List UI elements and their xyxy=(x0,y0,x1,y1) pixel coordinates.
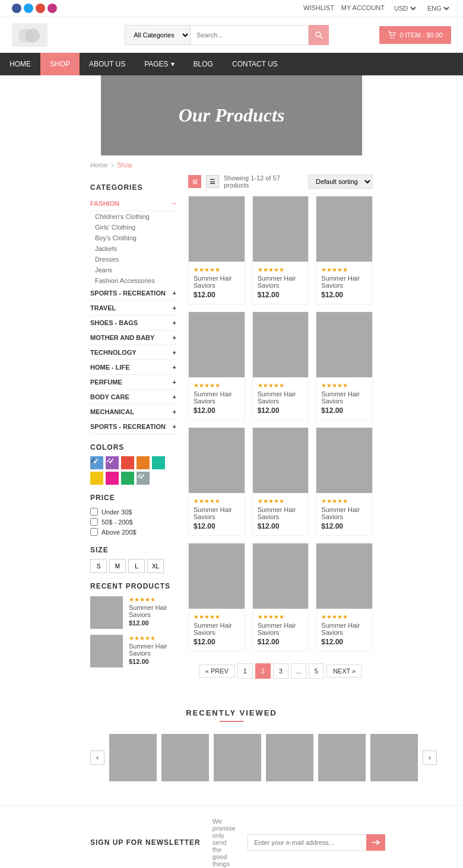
price-above200[interactable] xyxy=(90,528,98,536)
sub-fashion-accessories[interactable]: Fashion Accessories xyxy=(90,275,176,286)
my-account-link[interactable]: MY ACCOUNT xyxy=(341,4,385,12)
price-50-200[interactable] xyxy=(90,518,98,526)
product-img-9[interactable] xyxy=(189,543,245,609)
color-red[interactable] xyxy=(121,456,134,469)
shoes-bags-category[interactable]: SHOES - BAGS + xyxy=(90,316,176,330)
rv-next-arrow[interactable]: › xyxy=(423,751,437,765)
product-name-2[interactable]: Summer Hair Saviors xyxy=(321,275,367,289)
color-gray[interactable]: ✓ xyxy=(137,472,150,485)
perfume-category[interactable]: PERFUME + xyxy=(90,375,176,390)
sub-jackets[interactable]: Jackets xyxy=(90,243,176,254)
cart-button[interactable]: 0 ITEM - $0.00 xyxy=(379,26,451,44)
product-name-8[interactable]: Summer Hair Saviors xyxy=(321,506,367,520)
product-name-1[interactable]: Summer Hair Saviors xyxy=(258,275,304,289)
rv-item-5[interactable] xyxy=(370,734,418,781)
product-name-10[interactable]: Summer Hair Saviors xyxy=(258,622,304,636)
color-green[interactable] xyxy=(121,472,134,485)
newsletter-submit-button[interactable] xyxy=(366,834,385,851)
color-purple[interactable]: ✓ xyxy=(106,456,119,469)
mother-baby-category[interactable]: MOTHER AND BABY + xyxy=(90,330,176,345)
sports-recreation-category[interactable]: SPORTS - RECREATION + xyxy=(90,286,176,301)
rv-item-0[interactable] xyxy=(109,734,157,781)
search-input[interactable] xyxy=(190,25,309,45)
language-select[interactable]: ENG FR xyxy=(425,4,451,12)
size-l[interactable]: L xyxy=(128,559,145,573)
product-img-3[interactable] xyxy=(189,312,245,377)
prev-page-button[interactable]: « PREV xyxy=(199,664,235,678)
color-teal[interactable] xyxy=(152,456,165,469)
fashion-category[interactable]: FASHION − xyxy=(90,196,176,211)
product-name-5[interactable]: Summer Hair Saviors xyxy=(321,390,367,405)
product-img-8[interactable] xyxy=(316,428,372,493)
facebook-icon[interactable] xyxy=(12,4,21,13)
grid-view-button[interactable]: ⊞ xyxy=(188,175,201,188)
nav-pages[interactable]: PAGES ▾ xyxy=(135,53,183,75)
recent-thumb-1[interactable] xyxy=(90,596,123,629)
technology-category[interactable]: TECHNOLOGY + xyxy=(90,345,176,360)
recent-name-2[interactable]: Summer Hair Saviors xyxy=(129,643,176,657)
product-name-7[interactable]: Summer Hair Saviors xyxy=(258,506,304,520)
size-xl[interactable]: XL xyxy=(147,559,164,573)
newsletter-email-input[interactable] xyxy=(248,834,366,851)
product-name-0[interactable]: Summer Hair Saviors xyxy=(194,275,240,289)
rv-prev-arrow[interactable]: ‹ xyxy=(90,751,104,765)
wishlist-link[interactable]: WISHLIST xyxy=(303,4,334,12)
product-img-6[interactable] xyxy=(189,428,245,493)
breadcrumb-home[interactable]: Home xyxy=(90,161,107,168)
instagram-icon[interactable] xyxy=(47,4,57,13)
rv-item-4[interactable] xyxy=(318,734,366,781)
sub-girls-clothing[interactable]: Girls' Clothing xyxy=(90,222,176,233)
price-under30[interactable] xyxy=(90,508,98,516)
product-name-4[interactable]: Summer Hair Saviors xyxy=(258,390,304,405)
color-pink[interactable] xyxy=(106,472,119,485)
product-name-11[interactable]: Summer Hair Saviors xyxy=(321,622,367,636)
product-name-9[interactable]: Summer Hair Saviors xyxy=(194,622,240,636)
product-img-0[interactable] xyxy=(189,196,245,262)
sub-dresses[interactable]: Dresses xyxy=(90,254,176,265)
size-s[interactable]: S xyxy=(90,559,107,573)
mechanical-category[interactable]: MECHANICAL + xyxy=(90,405,176,419)
product-img-10[interactable] xyxy=(253,543,309,609)
recent-thumb-2[interactable] xyxy=(90,635,123,667)
travel-category[interactable]: TRAVEL + xyxy=(90,301,176,316)
color-blue[interactable]: ✓ xyxy=(90,456,103,469)
product-img-2[interactable] xyxy=(316,196,372,262)
product-img-7[interactable] xyxy=(253,428,309,493)
nav-shop[interactable]: SHOP xyxy=(40,53,80,75)
product-name-6[interactable]: Summer Hair Saviors xyxy=(194,506,240,520)
page-2-button[interactable]: 2 xyxy=(255,663,271,679)
product-img-5[interactable] xyxy=(316,312,372,377)
sub-jeans[interactable]: Jeans xyxy=(90,265,176,275)
product-img-11[interactable] xyxy=(316,543,372,609)
sub-childrens-clothing[interactable]: Children's Clothing xyxy=(90,211,176,222)
page-5-button[interactable]: 5 xyxy=(309,663,324,679)
nav-blog[interactable]: BLOG xyxy=(184,53,223,75)
next-page-button[interactable]: NEXT » xyxy=(326,664,362,678)
nav-home[interactable]: HOME xyxy=(0,53,40,75)
search-button[interactable] xyxy=(309,25,329,45)
rv-item-3[interactable] xyxy=(266,734,313,781)
googleplus-icon[interactable] xyxy=(36,4,45,13)
sort-select[interactable]: Default sorting xyxy=(308,174,373,189)
nav-contact[interactable]: CONTACT US xyxy=(223,53,287,75)
sports-recreation2-category[interactable]: SPORTS - RECREATION + xyxy=(90,419,176,434)
color-orange[interactable] xyxy=(137,456,150,469)
nav-about[interactable]: ABOUT US xyxy=(80,53,135,75)
size-m[interactable]: M xyxy=(109,559,126,573)
product-img-4[interactable] xyxy=(253,312,309,377)
product-name-3[interactable]: Summer Hair Saviors xyxy=(194,390,240,405)
body-care-category[interactable]: BODY CARE + xyxy=(90,390,176,405)
sub-boys-clothing[interactable]: Boy's Clothing xyxy=(90,233,176,243)
product-img-1[interactable] xyxy=(253,196,309,262)
rv-item-2[interactable] xyxy=(214,734,261,781)
color-yellow[interactable] xyxy=(90,472,103,485)
recent-name-1[interactable]: Summer Hair Saviors xyxy=(129,604,176,618)
home-life-category[interactable]: HOME - LIFE + xyxy=(90,360,176,375)
twitter-icon[interactable] xyxy=(24,4,33,13)
currency-select[interactable]: USD EUR xyxy=(392,4,418,12)
page-3-button[interactable]: 3 xyxy=(273,663,288,679)
rv-item-1[interactable] xyxy=(161,734,209,781)
category-select[interactable]: All Categories xyxy=(125,25,190,45)
page-1-button[interactable]: 1 xyxy=(237,663,253,679)
list-view-button[interactable]: ☰ xyxy=(206,175,219,188)
